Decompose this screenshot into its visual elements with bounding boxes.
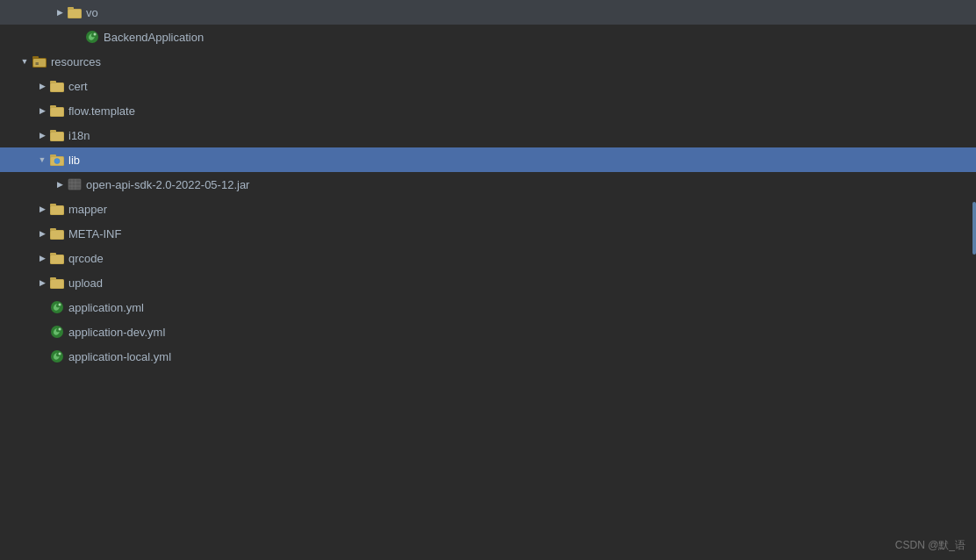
file-tree: ▶ vo BackendApp xyxy=(0,0,976,560)
svg-point-42 xyxy=(59,328,61,331)
item-label: mapper xyxy=(68,203,107,216)
item-label: vo xyxy=(86,6,98,19)
item-label: resources xyxy=(51,55,101,68)
arrow-icon[interactable]: ▶ xyxy=(35,251,49,265)
item-label: lib xyxy=(68,154,80,167)
item-label: open-api-sdk-2.0-2022-05-12.jar xyxy=(86,178,249,191)
svg-rect-14 xyxy=(51,108,63,116)
svg-rect-17 xyxy=(51,133,63,140)
svg-rect-28 xyxy=(50,204,56,206)
item-label: application.yml xyxy=(68,301,144,314)
item-label: qrcode xyxy=(68,252,104,265)
tree-item-open-api-sdk[interactable]: ▶ open-api-sdk-2.0-2022-05-12.jar xyxy=(0,172,976,197)
arrow-icon[interactable]: ▶ xyxy=(53,177,67,191)
svg-rect-1 xyxy=(68,7,74,10)
tree-item-cert[interactable]: ▶ cert xyxy=(0,74,976,98)
arrow-icon[interactable]: ▶ xyxy=(35,202,49,216)
svg-point-41 xyxy=(51,326,63,338)
tree-item-flow-template[interactable]: ▶ flow.template xyxy=(0,98,976,123)
scrollbar[interactable] xyxy=(972,202,976,255)
arrow-icon[interactable]: ▶ xyxy=(35,104,49,118)
svg-rect-13 xyxy=(50,105,56,108)
tree-item-application-local-yml[interactable]: application-local.yml xyxy=(0,344,976,369)
arrow-icon[interactable]: ▼ xyxy=(35,153,49,167)
svg-point-40 xyxy=(59,304,61,306)
svg-rect-37 xyxy=(50,277,56,280)
tree-item-application-dev-yml[interactable]: application-dev.yml xyxy=(0,319,976,344)
svg-point-43 xyxy=(51,350,63,363)
svg-rect-32 xyxy=(51,231,63,239)
svg-point-39 xyxy=(51,301,63,313)
tree-item-upload[interactable]: ▶ upload xyxy=(0,270,976,295)
item-label: i18n xyxy=(68,129,90,142)
item-label: application-local.yml xyxy=(68,350,171,363)
svg-rect-35 xyxy=(51,255,63,263)
tree-item-application-yml[interactable]: application.yml xyxy=(0,295,976,319)
watermark-text: CSDN @默_语 xyxy=(895,538,965,553)
svg-rect-34 xyxy=(50,253,56,255)
arrow-icon[interactable]: ▶ xyxy=(35,79,49,93)
svg-rect-10 xyxy=(50,81,56,83)
tree-item-resources[interactable]: ▼ ≡ resources xyxy=(0,49,976,74)
item-label: META-INF xyxy=(68,227,121,241)
svg-rect-16 xyxy=(50,130,56,133)
svg-point-4 xyxy=(94,33,97,36)
svg-point-44 xyxy=(59,353,61,355)
tree-item-vo[interactable]: ▶ vo xyxy=(0,0,976,25)
arrow-icon[interactable]: ▼ xyxy=(18,54,32,68)
svg-point-3 xyxy=(86,31,98,43)
item-label: flow.template xyxy=(68,104,135,118)
svg-rect-22 xyxy=(68,179,81,190)
arrow-icon[interactable]: ▶ xyxy=(53,5,67,19)
svg-text:≡: ≡ xyxy=(35,61,39,67)
svg-rect-38 xyxy=(51,280,63,288)
svg-rect-31 xyxy=(50,228,56,231)
svg-point-21 xyxy=(54,159,60,164)
arrow-icon[interactable]: ▶ xyxy=(35,226,49,241)
svg-rect-11 xyxy=(51,83,63,91)
tree-item-BackendApplication[interactable]: BackendApplication xyxy=(0,25,976,49)
tree-item-i18n[interactable]: ▶ i18n xyxy=(0,123,976,147)
svg-rect-2 xyxy=(68,10,81,18)
item-label: cert xyxy=(68,80,88,93)
item-label: application-dev.yml xyxy=(68,326,165,339)
tree-item-qrcode[interactable]: ▶ qrcode xyxy=(0,246,976,270)
item-label: upload xyxy=(68,276,103,290)
svg-rect-6 xyxy=(32,56,39,59)
svg-rect-29 xyxy=(51,206,63,214)
item-label: BackendApplication xyxy=(104,31,204,44)
tree-item-META-INF[interactable]: ▶ META-INF xyxy=(0,221,976,246)
tree-item-lib[interactable]: ▼ lib xyxy=(0,147,976,172)
svg-rect-19 xyxy=(50,154,56,157)
arrow-icon[interactable]: ▶ xyxy=(35,128,49,142)
arrow-icon[interactable]: ▶ xyxy=(35,276,49,290)
tree-item-mapper[interactable]: ▶ mapper xyxy=(0,197,976,221)
